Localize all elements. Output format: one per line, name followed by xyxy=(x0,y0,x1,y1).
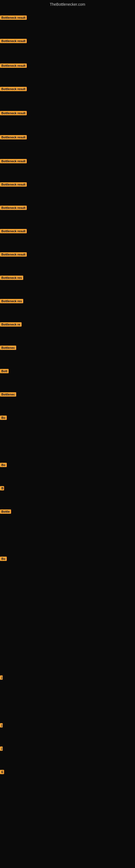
badge-10: Bottleneck result xyxy=(0,229,27,233)
badge-26: E xyxy=(0,770,4,774)
badge-8: Bottleneck result xyxy=(0,182,27,187)
badge-5: Bottleneck result xyxy=(0,111,27,115)
badge-6: Bottleneck result xyxy=(0,135,27,140)
badge-15: Bottlenec xyxy=(0,346,16,350)
badge-14: Bottleneck re xyxy=(0,322,21,327)
badge-9: Bottleneck result xyxy=(0,206,27,210)
badge-23: | xyxy=(0,675,3,680)
badge-22: Bo xyxy=(0,557,7,561)
badge-3: Bottleneck result xyxy=(0,63,27,68)
badge-1: Bottleneck result xyxy=(0,16,27,20)
badge-19: Bo xyxy=(0,463,7,467)
badge-7: Bottleneck result xyxy=(0,159,27,163)
badge-24: | xyxy=(0,723,3,727)
badge-13: Bottleneck res xyxy=(0,299,23,303)
badge-21: Bottle xyxy=(0,509,11,514)
badge-12: Bottleneck res xyxy=(0,276,23,280)
badge-11: Bottleneck result xyxy=(0,252,27,257)
badge-17: Bottlenec xyxy=(0,392,16,397)
badge-4: Bottleneck result xyxy=(0,87,27,91)
badge-16: Bott xyxy=(0,369,9,373)
badge-25: | xyxy=(0,746,3,751)
badge-2: Bottleneck result xyxy=(0,39,27,43)
badge-20: B xyxy=(0,486,4,490)
badge-18: Bo xyxy=(0,415,7,420)
